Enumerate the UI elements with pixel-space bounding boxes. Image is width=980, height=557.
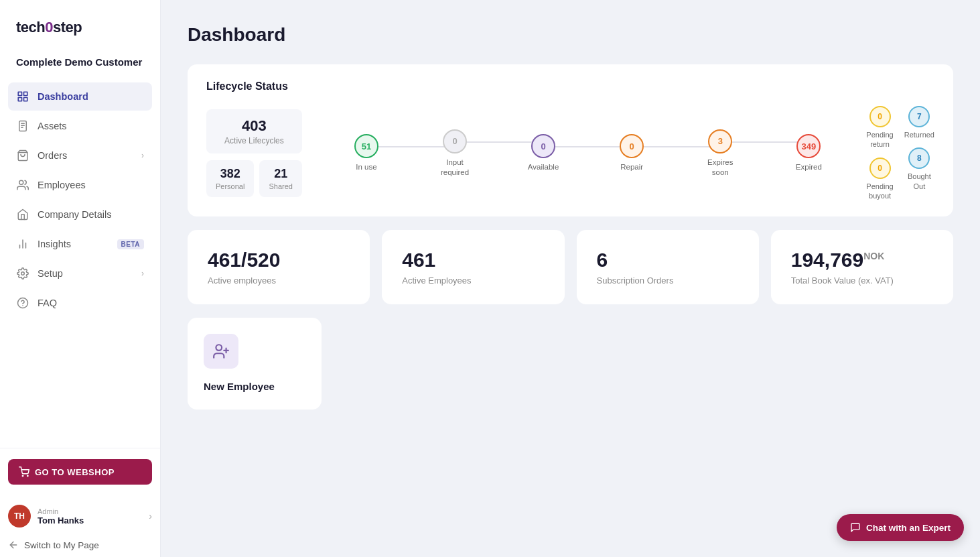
pending-return-label: Pendingreturn	[866, 130, 893, 149]
sidebar-faq-label: FAQ	[38, 298, 144, 308]
company-icon	[16, 208, 29, 221]
sidebar-dashboard-label: Dashboard	[38, 91, 144, 102]
input-required-bubble: 0	[443, 129, 467, 153]
status-node-expired: 349 Expired	[764, 134, 853, 172]
sidebar-orders-label: Orders	[38, 150, 133, 161]
svg-rect-0	[18, 92, 21, 95]
main-content: Dashboard Lifecycle Status 403 Active Li…	[161, 0, 980, 557]
lifecycle-body: 403 Active Lifecycles 382 Personal 21 Sh…	[206, 106, 934, 200]
pending-return-bubble: 0	[869, 106, 891, 127]
stat-label-orders: Subscription Orders	[597, 275, 739, 286]
stat-num-value: 194,769NOK	[791, 249, 933, 271]
stat-num-orders: 6	[597, 249, 739, 271]
svg-point-9	[19, 180, 23, 184]
beta-badge: BETA	[117, 239, 144, 249]
sidebar-item-setup[interactable]: Setup ›	[8, 259, 152, 288]
sidebar-item-company-details[interactable]: Company Details	[8, 200, 152, 229]
personal-box: 382 Personal	[206, 160, 254, 197]
returned-node: 7 Returned	[904, 106, 934, 139]
status-node-expires-soon: 3 Expiressoon	[676, 129, 764, 178]
pending-buyout-node: 0 Pendingbuyout	[866, 158, 893, 201]
assets-icon	[16, 119, 29, 133]
pending-buyout-bubble: 0	[869, 158, 891, 179]
insights-icon	[16, 237, 29, 251]
user-row[interactable]: TH Admin Tom Hanks ›	[0, 495, 160, 533]
switch-to-my-page[interactable]: Switch to My Page	[0, 533, 160, 557]
expired-bubble: 349	[796, 134, 821, 158]
returned-bubble: 7	[908, 106, 930, 127]
lifecycle-total-num: 403	[220, 117, 289, 135]
status-node-available: 0 Available	[499, 134, 587, 172]
expired-label: Expired	[796, 162, 822, 172]
repair-label: Repair	[620, 162, 643, 172]
setup-arrow-icon: ›	[141, 269, 144, 278]
returned-label: Returned	[904, 130, 934, 139]
stats-row: 461/520 Active employees 461 Active Empl…	[188, 230, 953, 304]
chat-with-expert-button[interactable]: Chat with an Expert	[837, 514, 964, 541]
page-title: Dashboard	[188, 24, 953, 46]
lifecycle-title: Lifecycle Status	[206, 80, 934, 92]
new-employee-label: New Employee	[204, 379, 305, 393]
pending-buyout-label: Pendingbuyout	[866, 182, 893, 201]
action-row: New Employee	[188, 318, 953, 410]
new-employee-card[interactable]: New Employee	[188, 318, 322, 410]
user-arrow-icon: ›	[149, 511, 152, 521]
user-name: Tom Hanks	[38, 515, 142, 525]
stat-card-active-employees-ratio: 461/520 Active employees	[188, 230, 370, 304]
logo-accent: 0	[45, 19, 53, 36]
user-info: Admin Tom Hanks	[38, 507, 142, 525]
stat-num-ratio: 461/520	[208, 249, 350, 271]
user-role: Admin	[38, 507, 142, 515]
stat-label-value: Total Book Value (ex. VAT)	[791, 275, 933, 286]
sidebar-assets-label: Assets	[38, 121, 144, 131]
svg-rect-2	[24, 98, 27, 101]
chat-icon	[850, 522, 861, 533]
personal-num: 382	[216, 167, 244, 181]
status-right-col-1: 0 Pendingreturn 0 Pendingbuyout	[866, 106, 893, 200]
faq-icon	[16, 296, 29, 310]
repair-bubble: 0	[620, 134, 644, 158]
orders-icon	[16, 149, 29, 162]
sidebar-bottom: GO TO WEBSHOP	[0, 448, 160, 495]
chat-btn-label: Chat with an Expert	[866, 523, 951, 533]
shared-label: Shared	[269, 182, 292, 190]
cart-icon	[19, 467, 29, 477]
sidebar-item-orders[interactable]: Orders ›	[8, 141, 152, 170]
dashboard-icon	[16, 90, 29, 103]
svg-point-13	[21, 272, 25, 275]
svg-point-17	[27, 475, 28, 476]
app-logo: tech0step	[0, 0, 160, 50]
sidebar-company-label: Company Details	[38, 209, 144, 220]
bought-out-label: BoughtOut	[908, 172, 931, 191]
input-required-label: Inputrequired	[441, 158, 469, 178]
orders-arrow-icon: ›	[141, 151, 144, 160]
go-to-webshop-button[interactable]: GO TO WEBSHOP	[8, 459, 152, 485]
stat-label-employees: Active Employees	[402, 275, 544, 286]
expires-soon-label: Expiressoon	[707, 158, 733, 178]
available-label: Available	[528, 162, 559, 172]
status-node-input-required: 0 Inputrequired	[411, 129, 499, 178]
sidebar-item-employees[interactable]: Employees	[8, 171, 152, 199]
sidebar-employees-label: Employees	[38, 180, 144, 190]
sidebar-item-assets[interactable]: Assets	[8, 112, 152, 140]
stat-label-ratio: Active employees	[208, 275, 350, 286]
svg-point-19	[216, 345, 222, 351]
stat-card-book-value: 194,769NOK Total Book Value (ex. VAT)	[771, 230, 953, 304]
sidebar-item-insights[interactable]: Insights BETA	[8, 230, 152, 258]
stat-num-employees: 461	[402, 249, 544, 271]
arrow-left-icon	[8, 540, 19, 550]
svg-rect-1	[24, 92, 27, 95]
avatar: TH	[8, 505, 31, 528]
sidebar-item-dashboard[interactable]: Dashboard	[8, 82, 152, 111]
status-node-in-use: 51 In use	[322, 134, 411, 172]
svg-rect-3	[18, 98, 21, 101]
lifecycle-total: 403 Active Lifecycles	[206, 109, 302, 153]
webshop-btn-label: GO TO WEBSHOP	[35, 467, 115, 477]
status-node-repair: 0 Repair	[587, 134, 676, 172]
customer-name: Complete Demo Customer	[0, 50, 160, 82]
shared-num: 21	[269, 167, 292, 181]
employees-icon	[16, 178, 29, 192]
in-use-bubble: 51	[354, 134, 378, 158]
lifecycle-split: 382 Personal 21 Shared	[206, 160, 302, 197]
sidebar-item-faq[interactable]: FAQ	[8, 289, 152, 317]
